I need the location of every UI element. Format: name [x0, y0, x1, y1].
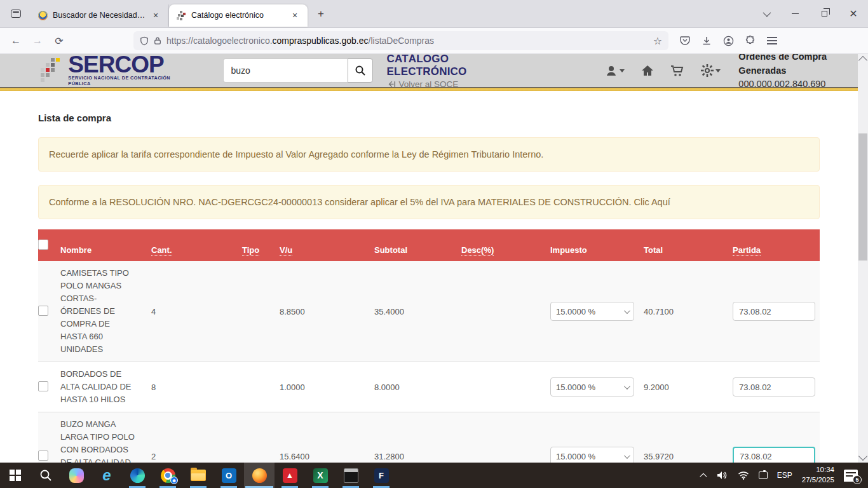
vertical-scrollbar[interactable] [858, 54, 868, 463]
bookmark-star-icon[interactable]: ☆ [653, 35, 662, 47]
start-button[interactable] [0, 463, 31, 488]
partida-input[interactable] [733, 302, 815, 321]
col-impuesto: Impuesto [550, 245, 587, 255]
chevron-down-icon [763, 9, 771, 17]
back-button[interactable]: ← [6, 32, 25, 50]
minimize-button[interactable] [780, 0, 810, 27]
impuesto-select[interactable]: 15.0000 % [550, 447, 634, 463]
chevron-down-icon [624, 383, 630, 390]
volver-soce-link[interactable]: Volver al SOCE [387, 79, 523, 89]
chrome-profile-badge: ☻ [170, 477, 178, 484]
partida-input[interactable] [733, 377, 815, 396]
table-row: BORDADOS DE ALTA CALIDAD DE HASTA 10 HIL… [38, 362, 820, 412]
scroll-up-icon[interactable] [858, 56, 867, 65]
desc-value [461, 261, 550, 362]
tab-catalogo[interactable]: Catálogo electrónico × [169, 4, 308, 27]
scrollbar-thumb[interactable] [858, 133, 867, 261]
new-tab-button[interactable]: + [313, 6, 329, 22]
search-input[interactable] [223, 58, 348, 83]
lock-icon[interactable] [154, 36, 161, 45]
terminal-button[interactable] [336, 463, 366, 488]
fe-app-button[interactable]: F [366, 463, 397, 488]
shield-icon[interactable] [140, 36, 149, 46]
total-value: 40.7100 [644, 261, 733, 362]
sercop-mosaic-icon [39, 57, 63, 85]
url-bar[interactable]: https://catalogoelectronico.compraspubli… [133, 31, 668, 50]
close-button[interactable]: ✕ [839, 0, 868, 27]
notifications-button[interactable]: 5 [844, 470, 858, 482]
display-tray-button[interactable] [759, 471, 768, 479]
browser-tabstrip: Buscador de Necesidades de Co × Catálogo… [0, 0, 868, 28]
tray-expand-button[interactable] [702, 473, 707, 478]
firefox-view-icon[interactable] [6, 5, 25, 23]
impuesto-select[interactable]: 15.0000 % [550, 377, 634, 396]
user-menu-button[interactable] [605, 65, 625, 76]
search-button[interactable] [348, 58, 373, 83]
extensions-icon[interactable] [745, 36, 756, 46]
tab-buscador[interactable]: Buscador de Necesidades de Co × [31, 4, 169, 27]
restore-icon [822, 11, 827, 17]
speaker-icon [717, 470, 728, 480]
pocket-icon[interactable] [680, 36, 690, 46]
tab-close-icon[interactable]: × [149, 9, 162, 22]
tipo-value [242, 261, 280, 362]
logo-tagline: SERVICIO NACIONAL DE CONTRATACIÓN PÚBLIC… [68, 75, 186, 86]
cart-button[interactable] [670, 65, 684, 77]
col-tipo[interactable]: Tipo [242, 245, 259, 256]
language-indicator[interactable]: ESP [777, 471, 792, 480]
chevron-down-icon [620, 69, 625, 72]
firefox-button[interactable] [244, 463, 275, 488]
tab-close-icon[interactable]: × [288, 9, 301, 22]
wifi-button[interactable] [738, 471, 749, 480]
tipo-value [242, 362, 280, 412]
row-checkbox[interactable] [38, 381, 48, 391]
clic-aqui-link[interactable]: Clic Aquí [634, 197, 670, 207]
sercop-logo[interactable]: SERCOP SERVICIO NACIONAL DE CONTRATACIÓN… [39, 55, 186, 86]
col-cant[interactable]: Cant. [151, 245, 172, 256]
vu-value: 1.0000 [280, 362, 374, 412]
col-desc[interactable]: Desc(%) [461, 245, 494, 256]
col-total: Total [644, 245, 663, 255]
select-all-checkbox[interactable] [38, 240, 48, 250]
page-title: Lista de compra [38, 112, 820, 123]
forward-button[interactable]: → [28, 32, 47, 50]
outlook-button[interactable]: O [214, 463, 244, 488]
chrome-button[interactable]: ☻ [153, 463, 183, 488]
copilot-icon [69, 468, 84, 483]
file-explorer-button[interactable] [183, 463, 214, 488]
orders-number: 000.000.002.840.690 [738, 78, 868, 91]
edge-button[interactable] [122, 463, 153, 488]
page-content: Lista de compra Recuerde aplicar la tari… [0, 91, 868, 463]
wifi-icon [738, 471, 749, 480]
account-icon[interactable] [723, 36, 734, 46]
menu-icon[interactable] [767, 37, 777, 44]
acrobat-button[interactable]: ▲ [275, 463, 305, 488]
browser-navbar: ← → ⟳ https://catalogoelectronico.compra… [0, 28, 868, 54]
internet-explorer-button[interactable]: e [92, 463, 122, 488]
col-vu[interactable]: V/u [280, 245, 292, 256]
restore-button[interactable] [810, 0, 839, 27]
minimize-icon [792, 13, 799, 14]
excel-button[interactable]: X [305, 463, 336, 488]
screen: Buscador de Necesidades de Co × Catálogo… [0, 0, 868, 488]
volume-button[interactable] [717, 470, 728, 480]
list-all-tabs-button[interactable] [751, 0, 780, 27]
row-checkbox[interactable] [38, 306, 48, 316]
settings-menu-button[interactable] [701, 64, 721, 77]
clock[interactable]: 10:3427/5/2025 [802, 465, 834, 485]
notification-icon: 5 [844, 470, 858, 482]
scroll-down-icon[interactable] [858, 452, 867, 461]
downloads-icon[interactable] [702, 36, 712, 46]
excel-icon: X [313, 468, 328, 483]
col-partida[interactable]: Partida [733, 245, 761, 256]
ecuador-crest-favicon [38, 11, 48, 20]
notification-badge: 5 [853, 475, 862, 484]
reload-button[interactable]: ⟳ [50, 32, 69, 50]
partida-input-focused[interactable] [733, 447, 815, 463]
row-checkbox[interactable] [38, 451, 48, 461]
taskbar-search-button[interactable] [31, 463, 61, 488]
home-button[interactable] [641, 65, 654, 76]
total-value: 35.9720 [644, 412, 733, 463]
impuesto-select[interactable]: 15.0000 % [550, 302, 634, 321]
copilot-button[interactable] [61, 463, 92, 488]
